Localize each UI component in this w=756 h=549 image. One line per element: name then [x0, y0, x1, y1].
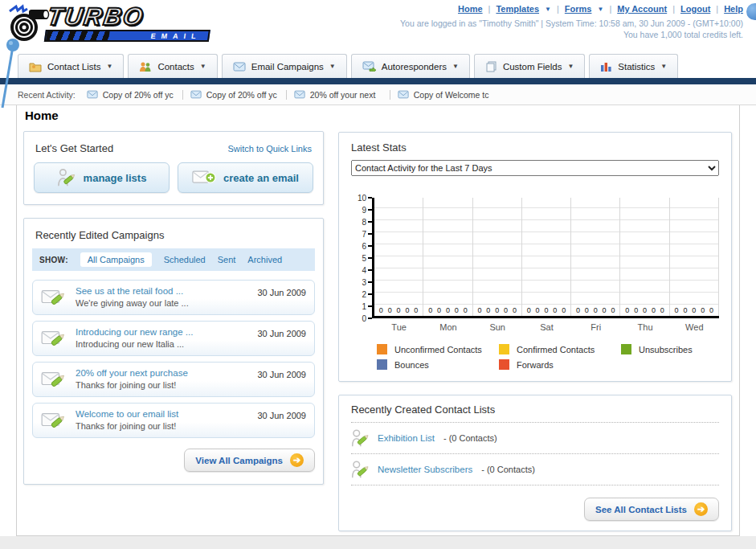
- chart-day-group: 00000: [423, 198, 472, 316]
- campaign-row[interactable]: 20% off your next purchase Thanks for jo…: [32, 362, 315, 397]
- campaign-subtitle: Thanks for joining our list!: [76, 379, 248, 391]
- chart-value: 0: [455, 306, 459, 314]
- tab-statistics[interactable]: Statistics ▼: [589, 54, 678, 78]
- envelope-pencil-icon: [41, 410, 67, 431]
- top-link-templates[interactable]: Templates: [496, 4, 539, 14]
- chart-value: 0: [701, 306, 705, 314]
- legend-label: Bounces: [394, 360, 429, 370]
- envelope-pencil-icon: [41, 328, 67, 349]
- chart-value: 0: [486, 306, 490, 314]
- person-pencil-icon: [57, 168, 76, 187]
- contact-activity-chart: 109876543210 000000000000000000000000000…: [351, 198, 719, 318]
- pages-icon: [485, 61, 497, 72]
- top-link-forms[interactable]: Forms: [565, 4, 592, 14]
- campaign-row[interactable]: See us at the retail food ... We're givi…: [32, 280, 315, 315]
- tab-contact-lists[interactable]: Contact Lists ▼: [18, 54, 124, 78]
- chart-value: 0: [379, 306, 383, 314]
- separator: |: [716, 4, 718, 14]
- manage-lists-button[interactable]: manage lists: [34, 162, 170, 193]
- chart-value: 0: [683, 306, 687, 314]
- campaign-title[interactable]: Introducing our new range ...: [76, 326, 248, 338]
- tab-custom-fields[interactable]: Custom Fields ▼: [474, 54, 585, 78]
- chevron-down-icon: ▼: [200, 63, 206, 70]
- envelope-icon: [233, 62, 246, 72]
- chart-y-label: 1: [362, 302, 372, 310]
- logo-title: TURBO: [46, 5, 214, 29]
- campaign-date: 30 Jun 2009: [257, 411, 306, 420]
- top-link-logout[interactable]: Logout: [680, 4, 710, 14]
- arrow-right-icon: ➔: [694, 502, 708, 516]
- chart-value: 0: [405, 306, 409, 314]
- chart-value: 0: [709, 306, 713, 314]
- login-status: You are logged in as "Timothy Smith" | S…: [400, 18, 743, 29]
- contacts-icon: [139, 61, 152, 72]
- contact-list-name[interactable]: Newsletter Subscribers: [378, 465, 472, 474]
- app-logo: TURBO EMAIL: [5, 3, 211, 50]
- view-all-campaigns-button[interactable]: View All Campaigns ➔: [184, 449, 315, 472]
- filter-sent[interactable]: Sent: [218, 255, 236, 264]
- campaign-filter-bar: SHOW: All Campaigns Scheduled Sent Archi…: [32, 248, 315, 271]
- tab-label: Custom Fields: [503, 62, 562, 72]
- envelope-icon: [294, 90, 305, 99]
- chart-value: 0: [585, 306, 589, 314]
- campaign-subtitle: Introducing our new Italia ...: [76, 338, 248, 350]
- chart-value: 0: [675, 306, 679, 314]
- campaign-title[interactable]: Welcome to our email list: [76, 408, 248, 420]
- chart-value-labels: 00000: [473, 306, 521, 314]
- chevron-down-icon: ▼: [660, 63, 667, 70]
- stats-period-select[interactable]: Contact Activity for the Last 7 Days: [351, 160, 719, 176]
- campaign-subtitle: We're giving away our late ...: [76, 297, 248, 309]
- app-window: TURBO EMAIL Home | Templates ▼ | Forms ▼…: [0, 0, 756, 549]
- chart-x-label: Mon: [423, 318, 472, 332]
- recent-contact-lists-panel: Recently Created Contact Lists Exhibitio…: [338, 395, 732, 531]
- tab-autoresponders[interactable]: Autoresponders ▼: [351, 54, 470, 78]
- create-email-button[interactable]: create an email: [178, 162, 313, 193]
- chevron-down-icon: ▼: [597, 6, 603, 13]
- envelope-icon: [190, 90, 202, 99]
- contact-list-row[interactable]: Exhibition List - (0 Contacts): [351, 423, 719, 454]
- contact-list-row[interactable]: Newsletter Subscribers - (0 Contacts): [351, 454, 719, 485]
- campaign-title[interactable]: See us at the retail food ...: [76, 285, 248, 297]
- recent-activity-item[interactable]: 20% off your next: [294, 90, 390, 100]
- filter-archived[interactable]: Archived: [247, 255, 282, 264]
- button-label: manage lists: [84, 172, 147, 184]
- see-all-contact-lists-button[interactable]: See All Contact Lists ➔: [584, 498, 719, 521]
- credits-status: You have 1,000 total credits left.: [400, 29, 743, 40]
- legend-item: Unsubscribes: [621, 344, 743, 354]
- tab-contacts[interactable]: Contacts ▼: [128, 54, 217, 78]
- chart-y-label: 3: [362, 278, 372, 286]
- left-column: Let's Get Started Switch to Quick Links: [23, 131, 324, 485]
- help-beacon-icon[interactable]: [746, 3, 756, 20]
- contact-list-name[interactable]: Exhibition List: [378, 433, 435, 443]
- switch-quick-links[interactable]: Switch to Quick Links: [227, 144, 312, 154]
- chevron-down-icon: ▼: [452, 63, 459, 70]
- tab-label: Contacts: [157, 62, 194, 72]
- recent-activity-item[interactable]: Copy of Welcome tc: [398, 90, 494, 100]
- chart-y-label: 5: [362, 254, 372, 262]
- campaign-row[interactable]: Welcome to our email list Thanks for joi…: [32, 403, 315, 438]
- chart-value-labels: 00000: [571, 306, 619, 314]
- recent-activity-item[interactable]: Copy of 20% off yc: [87, 90, 183, 100]
- recent-activity-bar: Recent Activity: Copy of 20% off yc Copy…: [0, 84, 756, 105]
- chart-value: 0: [562, 306, 566, 314]
- top-link-help[interactable]: Help: [724, 4, 743, 14]
- chart-day-group: 00000: [571, 198, 620, 316]
- filter-scheduled[interactable]: Scheduled: [164, 255, 206, 264]
- campaign-list: See us at the retail food ... We're givi…: [24, 271, 323, 438]
- chart-value-labels: 00000: [374, 306, 423, 314]
- recent-activity-item[interactable]: Copy of 20% off yc: [190, 90, 287, 100]
- campaign-row[interactable]: Introducing our new range ... Introducin…: [32, 321, 315, 356]
- footer-strip: [0, 536, 756, 549]
- filter-all-campaigns[interactable]: All Campaigns: [80, 252, 152, 267]
- top-link-home[interactable]: Home: [458, 4, 483, 14]
- campaign-title[interactable]: 20% off your next purchase: [76, 367, 248, 379]
- tab-email-campaigns[interactable]: Email Campaigns ▼: [222, 54, 347, 78]
- logo-bar: EMAIL: [44, 30, 210, 42]
- chart-value: 0: [634, 306, 638, 314]
- chart-value: 0: [603, 306, 607, 314]
- top-link-my-account[interactable]: My Account: [617, 4, 667, 14]
- chart-y-label: 4: [362, 266, 372, 274]
- navy-divider-bar: [0, 78, 756, 84]
- chart-y-label: 0: [362, 314, 372, 322]
- activity-item-label: Copy of 20% off yc: [206, 90, 277, 100]
